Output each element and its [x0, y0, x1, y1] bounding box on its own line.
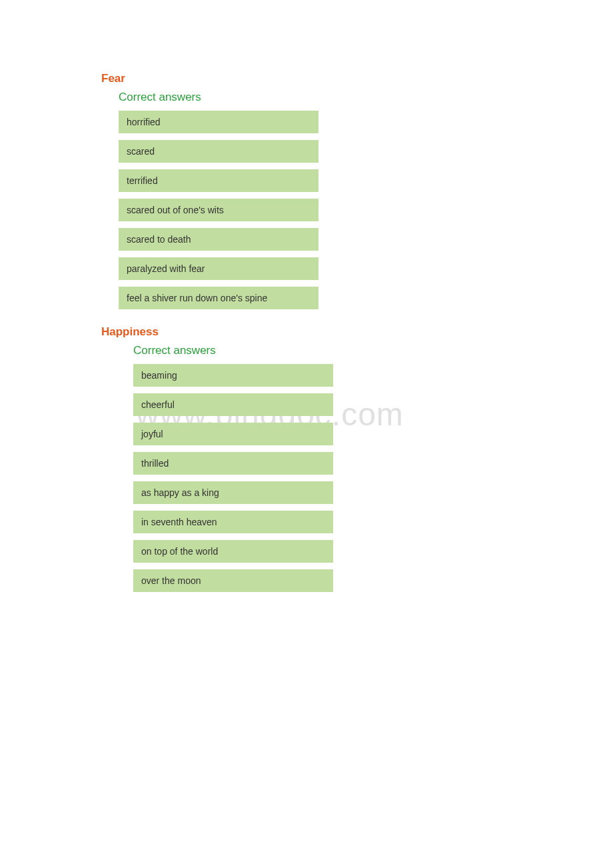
section-fear: Fear Correct answers horrified scared te… — [101, 72, 613, 309]
answer-item: scared to death — [119, 228, 318, 251]
section-heading: Happiness — [101, 325, 613, 339]
section-heading: Fear — [101, 72, 613, 85]
answer-item: on top of the world — [133, 540, 333, 563]
answer-item: scared out of one's wits — [119, 199, 318, 221]
document-content: Fear Correct answers horrified scared te… — [0, 0, 613, 592]
answer-item: horrified — [119, 111, 318, 133]
answer-item: scared — [119, 140, 318, 163]
answer-item: thrilled — [133, 452, 333, 475]
answer-item: paralyzed with fear — [119, 257, 318, 280]
answer-item: feel a shiver run down one's spine — [119, 287, 318, 309]
answer-item: joyful — [133, 423, 333, 445]
answer-item: terrified — [119, 169, 318, 192]
answer-item: over the moon — [133, 569, 333, 592]
section-happiness: Happiness Correct answers beaming cheerf… — [101, 325, 613, 592]
answer-item: cheerful — [133, 393, 333, 416]
correct-answers-label: Correct answers — [133, 344, 613, 357]
answer-item: beaming — [133, 364, 333, 387]
section-body: Correct answers horrified scared terrifi… — [101, 91, 613, 309]
answer-item: in seventh heaven — [133, 511, 333, 533]
section-body: Correct answers beaming cheerful joyful … — [101, 344, 613, 592]
correct-answers-label: Correct answers — [119, 91, 613, 104]
answer-item: as happy as a king — [133, 481, 333, 504]
